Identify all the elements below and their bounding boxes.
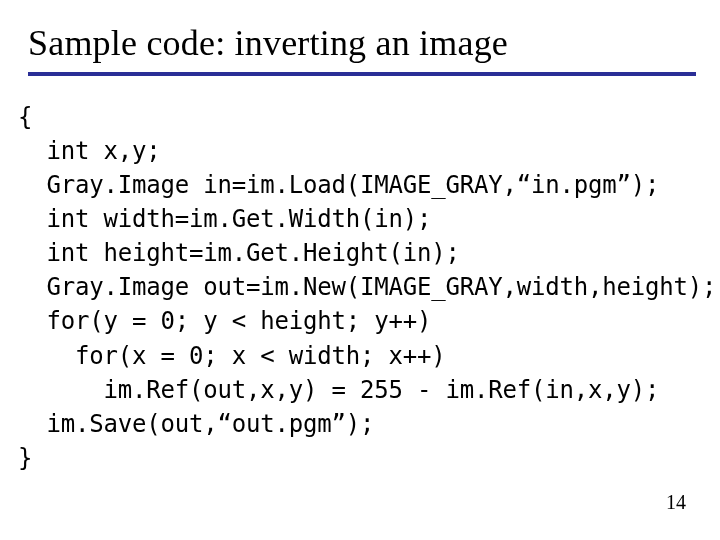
code-line: Gray.Image in=im.Load(IMAGE_GRAY,“in.pgm… — [18, 171, 659, 199]
slide-title: Sample code: inverting an image — [28, 22, 508, 64]
code-line: Gray.Image out=im.New(IMAGE_GRAY,width,h… — [18, 273, 716, 301]
code-line: { — [18, 103, 32, 131]
title-underline — [28, 72, 696, 76]
code-line: int x,y; — [18, 137, 161, 165]
code-block: { int x,y; Gray.Image in=im.Load(IMAGE_G… — [18, 100, 716, 475]
code-line: for(x = 0; x < width; x++) — [18, 342, 445, 370]
code-line: int width=im.Get.Width(in); — [18, 205, 431, 233]
code-line: for(y = 0; y < height; y++) — [18, 307, 431, 335]
code-line: im.Ref(out,x,y) = 255 - im.Ref(in,x,y); — [18, 376, 659, 404]
code-line: im.Save(out,“out.pgm”); — [18, 410, 374, 438]
slide: Sample code: inverting an image { int x,… — [0, 0, 720, 540]
code-line: int height=im.Get.Height(in); — [18, 239, 460, 267]
code-line: } — [18, 444, 32, 472]
page-number: 14 — [666, 491, 686, 514]
